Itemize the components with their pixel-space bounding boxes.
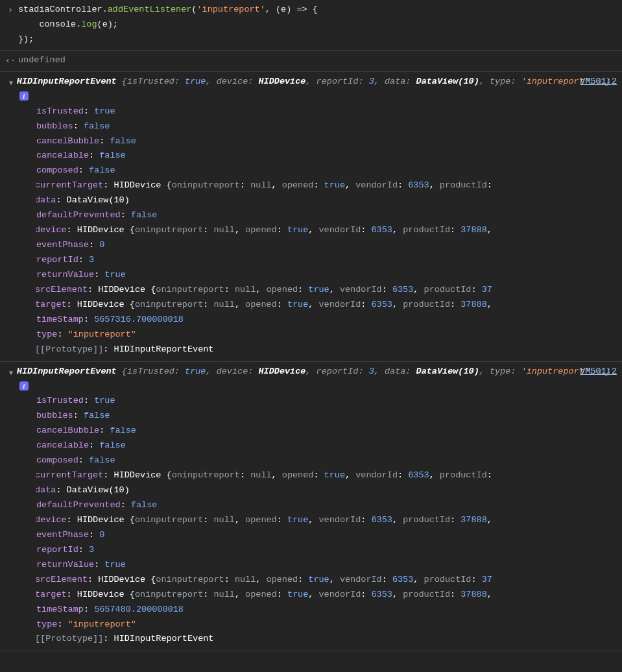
property-value: HIDDevice {oninputreport: null, opened: … (77, 300, 492, 309)
object-property[interactable]: currentTarget: HIDDevice {oninputreport:… (36, 178, 622, 193)
property-key: timeStamp (36, 605, 84, 614)
property-key: device (36, 225, 67, 235)
property-key: composed (36, 165, 78, 175)
property-key: type (36, 330, 57, 339)
object-property: timeStamp: 5657480.200000018 (36, 603, 622, 618)
object-property[interactable]: target: HIDDevice {oninputreport: null, … (36, 588, 622, 603)
object-property: bubbles: false (36, 119, 622, 134)
object-property: eventPhase: 0 (36, 238, 622, 253)
property-value: "inputreport" (68, 330, 136, 339)
property-value: true (94, 396, 115, 405)
object-property: cancelable: false (36, 149, 622, 163)
source-link[interactable]: VM501:2 (580, 75, 617, 90)
object-property[interactable]: [[Prototype]]: HIDInputReportEvent (36, 342, 622, 357)
console-log-entry: VM501:2HIDInputReportEvent {isTrusted: t… (0, 72, 622, 362)
object-property: returnValue: true (36, 268, 622, 283)
property-value: DataView(10) (67, 195, 130, 205)
property-key: bubbles (36, 121, 73, 131)
property-key: bubbles (36, 411, 73, 420)
property-value: HIDDevice {oninputreport: null, opened: … (77, 225, 492, 235)
object-property[interactable]: [[Prototype]]: HIDInputReportEvent (36, 632, 622, 647)
property-value: false (89, 455, 115, 465)
property-key: currentTarget (36, 180, 103, 190)
source-link[interactable]: VM501:2 (580, 365, 617, 379)
object-summary[interactable]: HIDInputReportEvent {isTrusted: true, de… (0, 75, 622, 104)
console-log-entry: VM501:2HIDInputReportEvent {isTrusted: t… (0, 362, 622, 652)
object-properties: isTrusted: truebubbles: falsecancelBubbl… (0, 104, 622, 357)
property-key: timeStamp (36, 315, 84, 324)
property-key: eventPhase (36, 240, 89, 250)
console-input-row: › stadiaController.addEventListener('inp… (0, 0, 622, 51)
collapse-icon[interactable] (9, 366, 17, 394)
console-result-row: ‹· undefined (0, 51, 622, 72)
object-properties: isTrusted: truebubbles: falsecancelBubbl… (0, 394, 622, 647)
prompt-icon: › (3, 3, 18, 47)
property-key: returnValue (36, 270, 94, 280)
collapse-icon[interactable] (9, 76, 17, 104)
object-property[interactable]: device: HIDDevice {oninputreport: null, … (36, 513, 622, 528)
object-property[interactable]: srcElement: HIDDevice {oninputreport: nu… (36, 283, 622, 298)
property-key: data (36, 485, 56, 495)
property-value: 5657480.200000018 (94, 605, 184, 614)
property-value: 3 (89, 255, 94, 265)
object-property[interactable]: device: HIDDevice {oninputreport: null, … (36, 223, 622, 238)
property-key: srcElement (36, 575, 88, 584)
property-value: HIDInputReportEvent (114, 344, 214, 354)
property-value: 5657316.700000018 (94, 315, 184, 324)
object-property[interactable]: srcElement: HIDDevice {oninputreport: nu… (36, 573, 622, 588)
property-value: HIDDevice {oninputreport: null, opened: … (114, 470, 492, 480)
property-value: false (84, 411, 110, 420)
object-property[interactable]: data: DataView(10) (36, 193, 622, 208)
property-key: data (36, 195, 56, 205)
property-value: true (104, 560, 125, 570)
info-icon[interactable]: i (19, 91, 29, 101)
object-property[interactable]: target: HIDDevice {oninputreport: null, … (36, 298, 622, 313)
property-key: srcElement (36, 285, 88, 294)
property-value: false (99, 150, 126, 160)
console-input-code[interactable]: stadiaController.addEventListener('input… (18, 3, 618, 47)
property-value: HIDDevice {oninputreport: null, opened: … (77, 515, 492, 525)
property-key: cancelable (36, 150, 89, 160)
property-key: reportId (36, 545, 78, 555)
property-key: composed (36, 455, 78, 465)
object-property: isTrusted: true (36, 104, 622, 119)
property-key: returnValue (36, 560, 94, 570)
property-value: 0 (99, 530, 104, 540)
property-value: HIDDevice {oninputreport: null, opened: … (114, 180, 492, 190)
property-value: 0 (99, 240, 104, 250)
result-icon: ‹· (3, 53, 18, 69)
property-value: false (84, 121, 110, 131)
property-value: true (94, 106, 115, 116)
property-key: eventPhase (36, 530, 89, 540)
object-property: cancelBubble: false (36, 424, 622, 438)
object-summary[interactable]: HIDInputReportEvent {isTrusted: true, de… (0, 365, 622, 394)
result-value: undefined (18, 53, 618, 69)
object-property: composed: false (36, 163, 622, 178)
object-property: composed: false (36, 453, 622, 468)
object-property: defaultPrevented: false (36, 498, 622, 513)
property-value: false (110, 136, 136, 146)
property-key: device (36, 515, 67, 525)
property-key: target (36, 590, 67, 599)
object-property: type: "inputreport" (36, 328, 622, 342)
object-property: reportId: 3 (36, 253, 622, 268)
property-value: true (104, 270, 125, 280)
object-property: returnValue: true (36, 558, 622, 573)
property-key: isTrusted (36, 106, 84, 116)
object-property: timeStamp: 5657316.700000018 (36, 313, 622, 328)
property-value: false (110, 426, 136, 435)
property-key: cancelable (36, 440, 89, 450)
object-property: defaultPrevented: false (36, 208, 622, 223)
property-key: target (36, 300, 67, 309)
property-key: reportId (36, 255, 78, 265)
object-property[interactable]: currentTarget: HIDDevice {oninputreport:… (36, 468, 622, 483)
object-property[interactable]: data: DataView(10) (36, 483, 622, 498)
property-value: HIDInputReportEvent (114, 634, 214, 643)
property-key: defaultPrevented (36, 500, 121, 510)
object-property: eventPhase: 0 (36, 528, 622, 543)
property-value: HIDDevice {oninputreport: null, opened: … (98, 285, 492, 294)
property-value: HIDDevice {oninputreport: null, opened: … (77, 590, 492, 599)
info-icon[interactable]: i (19, 381, 29, 390)
property-value: DataView(10) (67, 485, 130, 495)
object-property: bubbles: false (36, 409, 622, 424)
